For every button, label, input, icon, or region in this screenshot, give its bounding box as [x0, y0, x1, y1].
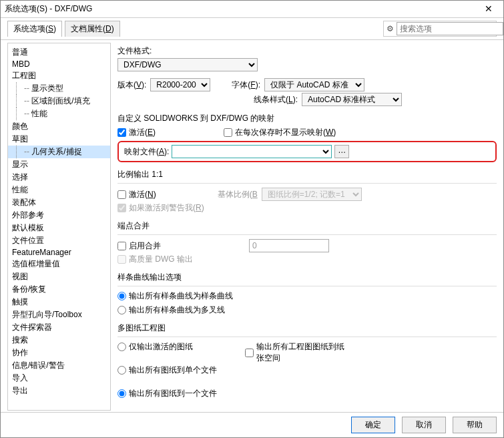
cancel-button[interactable]: 取消: [402, 417, 446, 433]
gear-icon: ⚙: [387, 24, 394, 33]
spline-section: 样条曲线输出选项 输出所有样条曲线为样条曲线 输出所有样条曲线为多叉线: [117, 272, 497, 316]
tabs: 系统选项(S) 文档属性(D): [7, 21, 120, 37]
font-select[interactable]: 仅限于 AutoCAD 标准: [264, 78, 364, 91]
version-select[interactable]: R2000-2002: [150, 78, 210, 91]
tab-document-properties[interactable]: 文档属性(D): [65, 21, 120, 37]
sidebar-subitem[interactable]: -- 性能: [8, 107, 110, 120]
content-panel: 文件格式: DXF/DWG 版本(V): R2000-2002 字体(F): 仅…: [112, 40, 503, 413]
sidebar-item[interactable]: 选择: [8, 171, 110, 184]
linestyle-select[interactable]: AutoCAD 标准样式: [302, 93, 402, 106]
tab-system-options[interactable]: 系统选项(S): [7, 21, 62, 37]
font-label: 字体(F):: [232, 79, 260, 91]
spline-opt1-radio[interactable]: 输出所有样条曲线为样条曲线: [117, 290, 497, 302]
window-title: 系统选项(S) - DXF/DWG: [5, 3, 478, 15]
sidebar-item[interactable]: 选值框增量值: [8, 258, 110, 270]
sidebar-item[interactable]: 协作: [8, 347, 110, 359]
sidebar-subitem-selected[interactable]: -- 几何关系/捕捉: [8, 146, 110, 158]
title-bar: 系统选项(S) - DXF/DWG ✕: [1, 1, 503, 18]
mapping-title: 自定义 SOLIDWORKS 到 DXF/DWG 的映射: [117, 113, 497, 124]
multi-opt1-radio[interactable]: 仅输出激活的图纸: [117, 341, 217, 353]
browse-button[interactable]: …: [334, 145, 349, 158]
sidebar-item[interactable]: 装配体: [8, 196, 110, 209]
sidebar-subitem[interactable]: -- 显示类型: [8, 82, 110, 95]
version-label: 版本(V):: [117, 79, 146, 91]
sidebar-item[interactable]: 导入: [8, 372, 110, 385]
sidebar-item[interactable]: 外部参考: [8, 209, 110, 222]
mapping-section: 自定义 SOLIDWORKS 到 DXF/DWG 的映射 激活(E) 在每次保存…: [117, 113, 497, 162]
base-scale-label: 基体比例(B: [218, 189, 258, 200]
activate-checkbox[interactable]: 激活(E): [117, 127, 156, 138]
sidebar: 普通 MBD 工程图 -- 显示类型 -- 区域剖面线/填充 -- 性能 颜色 …: [7, 43, 111, 411]
sidebar-item[interactable]: MBD: [8, 59, 110, 69]
scale-title: 比例输出 1:1: [117, 169, 497, 180]
mapping-file-highlight: 映射文件(A): …: [117, 141, 497, 162]
multisheet-title: 多图纸工程图: [117, 322, 497, 334]
search-input[interactable]: [397, 22, 503, 35]
main-area: 普通 MBD 工程图 -- 显示类型 -- 区域剖面线/填充 -- 性能 颜色 …: [1, 39, 503, 413]
sidebar-item[interactable]: 默认模板: [8, 222, 110, 234]
noshow-checkbox[interactable]: 在每次保存时不显示映射(W): [224, 127, 336, 138]
sidebar-item[interactable]: 文件探索器: [8, 321, 110, 334]
base-scale-select: 图纸比例=1/2; 记数=1: [262, 188, 362, 201]
linestyle-label: 线条样式(L):: [254, 94, 298, 105]
mapping-file-select[interactable]: [172, 145, 332, 158]
sidebar-item[interactable]: 异型孔向导/Toolbox: [8, 308, 110, 321]
endpoint-section: 端点合并 启用合并 高质量 DWG 输出: [117, 220, 497, 265]
sidebar-item[interactable]: 信息/错误/警告: [8, 359, 110, 372]
warn-checkbox: 如果激活则警告我(R): [117, 202, 204, 214]
paper-space-checkbox[interactable]: 输出所有工程图图纸到纸张空间: [245, 341, 345, 364]
top-bar: 系统选项(S) 文档属性(D) ⚙ 🔍: [1, 18, 503, 39]
scale-activate-checkbox[interactable]: 激活(N): [117, 189, 156, 200]
sidebar-item[interactable]: 导出: [8, 385, 110, 397]
sidebar-item[interactable]: 普通: [8, 46, 110, 59]
mapping-file-label: 映射文件(A):: [124, 146, 169, 158]
multi-opt3-radio[interactable]: 输出所有图纸到一个文件: [117, 388, 217, 399]
search-box[interactable]: ⚙ 🔍: [383, 21, 497, 37]
endpoint-title: 端点合并: [117, 220, 497, 232]
merge-value-input: [249, 239, 329, 252]
sidebar-item[interactable]: 搜索: [8, 334, 110, 347]
sidebar-item[interactable]: 草图: [8, 133, 110, 146]
sidebar-item[interactable]: 触摸: [8, 296, 110, 308]
sidebar-item[interactable]: FeatureManager: [8, 247, 110, 258]
scale-section: 比例输出 1:1 激活(N) 基体比例(B 图纸比例=1/2; 记数=1 如果激…: [117, 169, 497, 214]
file-format-label: 文件格式:: [117, 45, 152, 57]
sidebar-item[interactable]: 文件位置: [8, 234, 110, 247]
multisheet-section: 多图纸工程图 仅输出激活的图纸 输出所有图纸到单个文件 输出所有图纸到一个文件 …: [117, 322, 497, 399]
help-button[interactable]: 帮助: [453, 417, 497, 433]
ok-button[interactable]: 确定: [351, 417, 395, 433]
sidebar-item[interactable]: 备份/恢复: [8, 283, 110, 296]
sidebar-item[interactable]: 性能: [8, 184, 110, 196]
sidebar-item[interactable]: 颜色: [8, 120, 110, 133]
sidebar-item[interactable]: 显示: [8, 158, 110, 171]
file-format-select[interactable]: DXF/DWG: [117, 58, 258, 71]
spline-opt2-radio[interactable]: 输出所有样条曲线为多叉线: [117, 304, 497, 316]
multi-opt2-radio[interactable]: 输出所有图纸到单个文件: [117, 365, 217, 376]
hq-dwg-checkbox: 高质量 DWG 输出: [117, 254, 193, 265]
enable-merge-checkbox[interactable]: 启用合并: [117, 240, 161, 252]
close-icon[interactable]: ✕: [478, 2, 499, 17]
sidebar-item[interactable]: 工程图: [8, 69, 110, 82]
sidebar-subitem[interactable]: -- 区域剖面线/填充: [8, 95, 110, 107]
spline-title: 样条曲线输出选项: [117, 272, 497, 283]
sidebar-item[interactable]: 视图: [8, 270, 110, 283]
footer: 确定 取消 帮助: [1, 412, 503, 437]
